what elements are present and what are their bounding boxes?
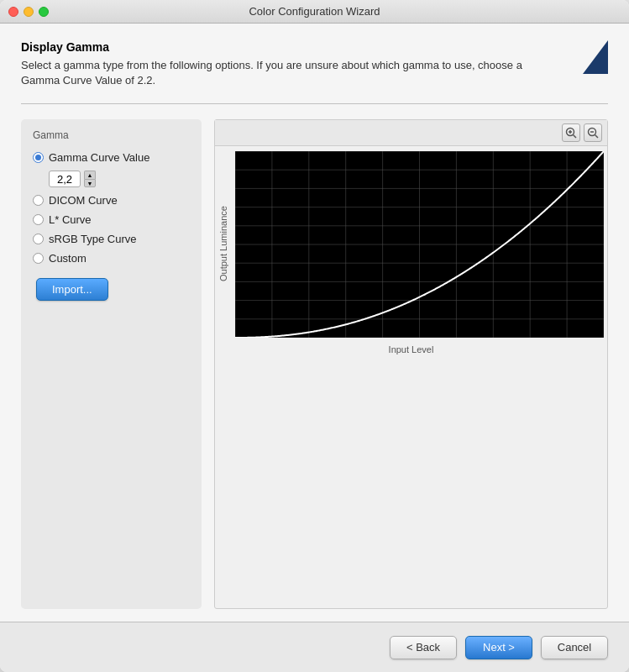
chart-panel: Output Luminance Input Level	[214, 119, 608, 609]
radio-l-curve-label: L* Curve	[49, 213, 92, 226]
svg-line-6	[595, 135, 599, 139]
chart-with-labels: Output Luminance	[215, 146, 607, 341]
spinner-up-button[interactable]: ▲	[84, 171, 96, 179]
chart-toolbar	[215, 120, 607, 146]
radio-dicom[interactable]: DICOM Curve	[33, 194, 190, 207]
section-divider	[21, 103, 608, 104]
triangle-decoration-icon	[574, 40, 608, 74]
radio-l-curve-indicator	[33, 214, 44, 225]
svg-line-2	[574, 135, 577, 139]
radio-gamma-curve[interactable]: Gamma Curve Value	[33, 151, 190, 164]
bottom-bar: < Back Next > Cancel	[0, 622, 629, 672]
radio-gamma-curve-indicator	[33, 152, 44, 163]
window-controls	[8, 7, 49, 17]
header-description-line2: Gamma Curve Value of 2.2.	[21, 73, 522, 88]
svg-marker-0	[583, 40, 608, 74]
zoom-in-icon	[565, 127, 577, 139]
minimize-button[interactable]	[24, 7, 34, 17]
x-axis-label: Input Level	[215, 341, 607, 356]
radio-dicom-indicator	[33, 195, 44, 206]
main-window: Color Configuration Wizard Display Gamma…	[0, 0, 629, 672]
zoom-out-button[interactable]	[584, 123, 602, 142]
y-axis-label: Output Luminance	[215, 146, 232, 341]
radio-custom-label: Custom	[49, 252, 86, 265]
radio-dicom-label: DICOM Curve	[49, 194, 118, 207]
close-button[interactable]	[8, 7, 18, 17]
chart-container: Output Luminance Input Level	[214, 119, 608, 609]
chart-canvas-wrapper	[232, 146, 607, 341]
radio-gamma-curve-label: Gamma Curve Value	[49, 151, 149, 164]
window-title: Color Configuration Wizard	[249, 5, 380, 18]
header-description-line1: Select a gamma type from the following o…	[21, 58, 522, 73]
header-section: Display Gamma Select a gamma type from t…	[21, 40, 608, 88]
back-button[interactable]: < Back	[390, 636, 457, 659]
gamma-label: Gamma	[33, 129, 190, 141]
maximize-button[interactable]	[39, 7, 49, 17]
radio-custom[interactable]: Custom	[33, 252, 190, 265]
chart-area: Output Luminance Input Level	[215, 146, 607, 356]
radio-srgb-indicator	[33, 234, 44, 244]
radio-srgb[interactable]: sRGB Type Curve	[33, 233, 190, 245]
next-button[interactable]: Next >	[465, 636, 532, 659]
cancel-button[interactable]: Cancel	[541, 636, 608, 659]
import-button[interactable]: Import...	[36, 278, 108, 301]
zoom-in-button[interactable]	[562, 123, 580, 142]
page-title: Display Gamma	[21, 40, 522, 54]
radio-srgb-label: sRGB Type Curve	[49, 233, 137, 245]
radio-custom-indicator	[33, 253, 44, 264]
main-section: Gamma Gamma Curve Value ▲ ▼	[21, 119, 608, 609]
content-area: Display Gamma Select a gamma type from t…	[0, 24, 629, 622]
spinner-down-button[interactable]: ▼	[84, 179, 96, 187]
spinner-arrows: ▲ ▼	[84, 171, 96, 187]
gamma-curve-chart	[235, 151, 604, 338]
title-bar: Color Configuration Wizard	[0, 0, 629, 24]
gamma-value-input[interactable]	[49, 171, 81, 187]
gamma-options-panel: Gamma Gamma Curve Value ▲ ▼	[21, 119, 202, 609]
radio-l-curve[interactable]: L* Curve	[33, 213, 190, 226]
gamma-value-spinner-row: ▲ ▼	[49, 171, 190, 187]
zoom-out-icon	[587, 127, 599, 139]
